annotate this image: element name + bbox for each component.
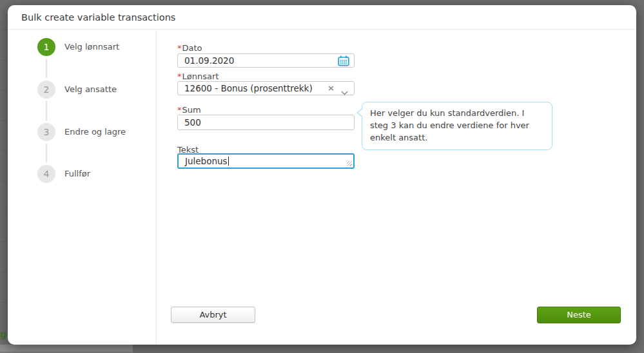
background-bottom-strip [0, 345, 133, 353]
background-partial-link-text: g [0, 329, 6, 339]
sum-value: 500 [184, 117, 201, 128]
sum-input[interactable]: 500 [177, 115, 355, 130]
resize-handle[interactable] [347, 161, 352, 166]
step-connector [46, 59, 47, 78]
help-tooltip: Her velger du kun standardverdien. I ste… [362, 102, 552, 150]
text-cursor [228, 157, 229, 166]
step-connector [46, 144, 47, 162]
required-mark: * [177, 105, 182, 115]
step-2-label[interactable]: Velg ansatte [64, 84, 117, 95]
clear-x-icon[interactable]: × [327, 83, 335, 93]
modal-header: Bulk create variable transactions [8, 5, 636, 30]
required-mark: * [177, 72, 182, 81]
chevron-down-icon[interactable] [341, 87, 348, 97]
calendar-icon[interactable] [338, 55, 349, 66]
cancel-button[interactable]: Avbryt [171, 307, 255, 323]
tekst-value: Julebonus [185, 156, 228, 166]
wizard-stepper: 1 Velg lønnsart 2 Velg ansatte 3 Endre o… [8, 30, 157, 344]
step-connector [46, 101, 47, 120]
step-4-circle[interactable]: 4 [37, 165, 55, 183]
step-3-circle[interactable]: 3 [37, 123, 55, 141]
next-button[interactable]: Neste [537, 307, 621, 323]
lonnsart-label: *Lønnsart [177, 72, 219, 81]
lonnsart-value: 12600 - Bonus (prosenttrekk) [184, 83, 313, 93]
tekst-textarea[interactable]: Julebonus [177, 153, 355, 169]
sum-label: *Sum [177, 105, 201, 115]
dato-label: *Dato [177, 43, 202, 53]
step-1-label[interactable]: Velg lønnsart [64, 41, 119, 53]
dato-value: 01.09.2020 [184, 55, 234, 66]
step-2-circle[interactable]: 2 [37, 81, 55, 99]
form-content: *Dato 01.09.2020 *Løn [157, 30, 636, 344]
step-4-label[interactable]: Fullfør [64, 168, 90, 180]
required-mark: * [177, 43, 182, 53]
modal-body: 1 Velg lønnsart 2 Velg ansatte 3 Endre o… [8, 30, 636, 344]
dato-input[interactable]: 01.09.2020 [177, 53, 355, 68]
lonnsart-select[interactable]: 12600 - Bonus (prosenttrekk) × [177, 81, 355, 95]
step-3-label[interactable]: Endre og lagre [64, 126, 126, 138]
step-1-circle[interactable]: 1 [37, 38, 55, 56]
bulk-create-modal: Bulk create variable transactions 1 Velg… [8, 5, 636, 345]
modal-title: Bulk create variable transactions [21, 12, 623, 23]
